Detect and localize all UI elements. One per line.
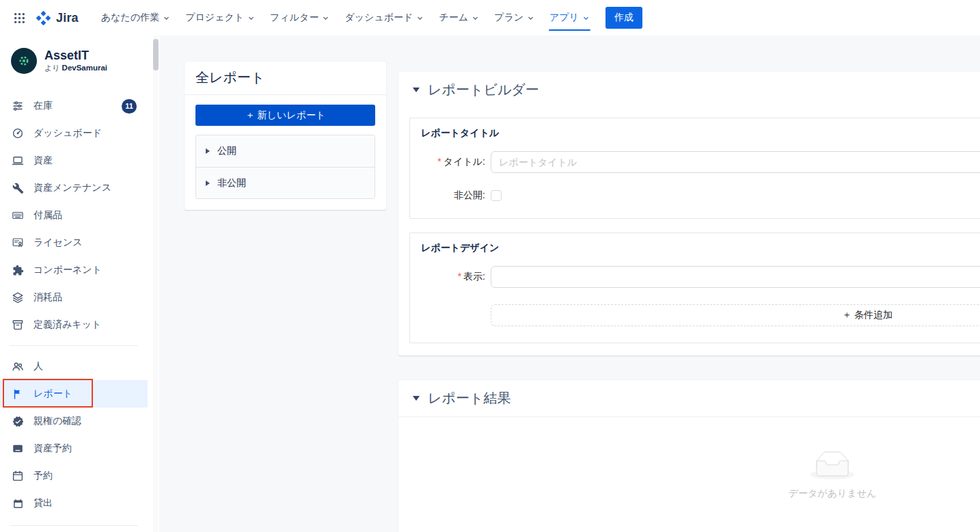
sidebar-item-asset-maintenance[interactable]: 資産メンテナンス: [0, 174, 148, 202]
sidebar-item-licenses[interactable]: ライセンス: [0, 229, 148, 256]
report-builder-card: レポートビルダー レポートタイトル *タイトル: 非公開: レポートデザイン *…: [398, 72, 980, 356]
chevron-down-icon: [163, 14, 170, 22]
calendar-icon: [11, 470, 25, 482]
nav-label: チーム: [439, 12, 468, 24]
group-public[interactable]: 公開: [196, 135, 375, 167]
sidebar-item-accessories[interactable]: 付属品: [0, 202, 148, 229]
sidebar-item-label: コンポーネント: [33, 264, 102, 276]
nav-label: あなたの作業: [101, 12, 159, 24]
add-condition-button[interactable]: ＋ 条件追加: [491, 304, 980, 326]
sidebar-scrollbar-thumb[interactable]: [153, 39, 159, 70]
jira-logo-text: Jira: [56, 11, 79, 25]
app-switcher-icon[interactable]: [10, 7, 29, 29]
sidebar-item-label: 定義済みキット: [33, 319, 101, 331]
archive-box-icon: [11, 319, 25, 331]
chevron-down-icon: [472, 14, 479, 22]
create-button[interactable]: 作成: [605, 7, 642, 29]
sidebar-item-label: 在庫: [33, 100, 53, 112]
nav-label: アプリ: [549, 12, 579, 24]
empty-box-icon: [811, 451, 854, 482]
sidebar: AssetIT より DevSamurai 在庫 11 ダッシュボード: [0, 36, 159, 532]
sidebar-item-predefined-kits[interactable]: 定義済みキット: [0, 311, 148, 338]
laptop-icon: [11, 155, 25, 167]
flag-icon: [11, 388, 25, 400]
report-results-header[interactable]: レポート結果: [398, 380, 980, 417]
sidebar-item-label: 貸出: [33, 497, 53, 509]
sidebar-item-checkout[interactable]: 貸出: [0, 490, 148, 517]
section-heading: レポートデザイン: [421, 242, 980, 254]
group-private[interactable]: 非公開: [196, 167, 375, 198]
empty-state-text: データがありません: [789, 488, 877, 500]
report-builder-header[interactable]: レポートビルダー: [398, 72, 980, 108]
sidebar-scrollbar-track[interactable]: [153, 36, 159, 532]
people-icon: [11, 360, 25, 373]
sidebar-divider: [10, 345, 138, 346]
chevron-down-icon: [322, 14, 329, 22]
sidebar-item-label: 資産メンテナンス: [33, 182, 111, 194]
calendar-filled-icon: [11, 498, 25, 509]
sidebar-item-dashboard[interactable]: ダッシュボード: [0, 120, 148, 147]
nav-filters[interactable]: フィルター: [262, 0, 337, 36]
nav-projects[interactable]: プロジェクト: [178, 0, 262, 36]
private-field-label: 非公開:: [421, 189, 491, 202]
jira-logo[interactable]: Jira: [36, 10, 79, 26]
report-results-card: レポート結果 データがありません: [398, 380, 980, 532]
sidebar-item-label: 親権の確認: [33, 415, 81, 427]
sidebar-item-label: 消耗品: [33, 291, 62, 304]
sidebar-item-label: ライセンス: [33, 237, 83, 249]
nav-your-work[interactable]: あなたの作業: [94, 0, 178, 36]
keyboard-icon: [11, 209, 25, 222]
sidebar-item-components[interactable]: コンポーネント: [0, 256, 148, 284]
inventory-count-badge: 11: [122, 99, 137, 114]
sidebar-item-consumables[interactable]: 消耗品: [0, 284, 148, 311]
report-builder-title: レポートビルダー: [428, 81, 539, 99]
nav-teams[interactable]: チーム: [431, 0, 487, 36]
nav-apps[interactable]: アプリ: [542, 0, 597, 36]
private-checkbox[interactable]: [491, 190, 502, 201]
sidebar-item-audit-check[interactable]: 親権の確認: [0, 408, 148, 435]
display-select-input[interactable]: [491, 266, 980, 288]
gauge-icon: [11, 127, 25, 139]
nav-label: プロジェクト: [185, 12, 244, 24]
report-title-input[interactable]: [491, 151, 980, 173]
sidebar-divider: [10, 525, 138, 526]
sidebar-item-people[interactable]: 人: [0, 353, 148, 380]
sidebar-item-reports[interactable]: レポート: [0, 380, 148, 408]
required-asterisk: *: [437, 156, 441, 167]
byline-prefix: より: [44, 64, 60, 72]
display-field-label: *表示:: [421, 271, 491, 283]
sidebar-item-label: 資産: [33, 155, 53, 167]
section-heading: レポートタイトル: [421, 127, 980, 139]
app-title: AssetIT: [44, 49, 107, 63]
report-title-section: レポートタイトル *タイトル: 非公開:: [409, 118, 980, 219]
wrench-icon: [11, 183, 25, 194]
sidebar-item-label: 人: [33, 360, 43, 373]
card-icon: [11, 442, 25, 455]
sidebar-item-bookings[interactable]: 予約: [0, 462, 148, 490]
title-field-label: *タイトル:: [421, 156, 491, 168]
required-asterisk: *: [458, 271, 461, 282]
layers-icon: [11, 291, 25, 304]
collapse-caret-icon: [413, 396, 420, 401]
all-reports-panel: 全レポート ＋ 新しいレポート 公開 非公開: [185, 62, 386, 210]
nav-dashboards[interactable]: ダッシュボード: [337, 0, 431, 36]
sidebar-item-assets[interactable]: 資産: [0, 147, 148, 174]
label-text: タイトル:: [444, 156, 485, 167]
all-reports-title: 全レポート: [185, 62, 386, 95]
report-design-section: レポートデザイン *表示: ＋ 条件追加: [409, 232, 980, 343]
caret-right-icon: [206, 148, 210, 154]
new-report-button[interactable]: ＋ 新しいレポート: [195, 105, 375, 126]
byline-vendor: DevSamurai: [62, 64, 107, 72]
group-label: 公開: [217, 145, 236, 157]
nav-plans[interactable]: プラン: [487, 0, 542, 36]
sidebar-item-inventory[interactable]: 在庫 11: [0, 92, 148, 120]
jira-logo-icon: [36, 10, 51, 26]
sidebar-menu: 在庫 11 ダッシュボード 資産: [0, 92, 148, 526]
top-navigation-bar: Jira あなたの作業 プロジェクト フィルター ダッシュボード チーム プラン…: [0, 0, 980, 36]
sliders-icon: [11, 100, 25, 112]
label-text: 非公開:: [454, 189, 485, 200]
nav-label: ダッシュボード: [344, 12, 413, 24]
nav-label: フィルター: [270, 12, 318, 24]
sidebar-item-asset-reservation[interactable]: 資産予約: [0, 435, 148, 462]
primary-nav: あなたの作業 プロジェクト フィルター ダッシュボード チーム プラン アプリ: [94, 0, 597, 36]
